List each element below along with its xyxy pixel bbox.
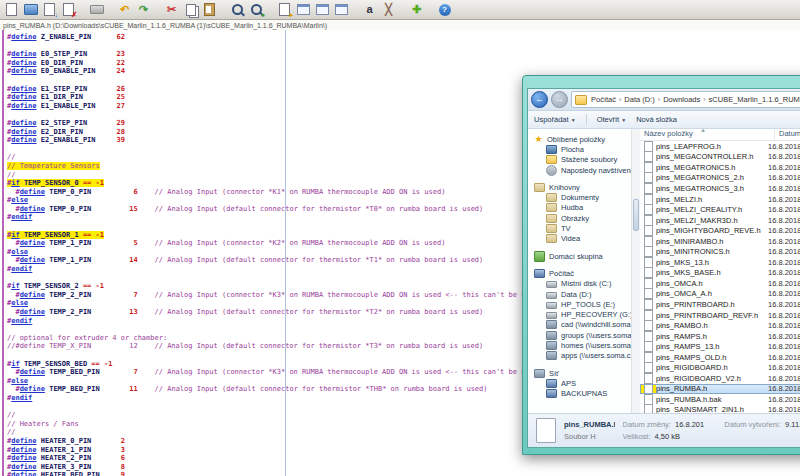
file-row[interactable]: pins_OMCA.h16.8.2018 13:57	[640, 278, 800, 289]
file-row[interactable]: pins_RAMBO.h16.8.2018 13:57	[640, 320, 800, 331]
column-header-date[interactable]: Datum změny	[775, 129, 800, 140]
file-name: pins_MELZI_MAKR3D.h	[656, 216, 768, 225]
file-row[interactable]: pins_PRINTRBOARD_REVF.h16.8.2018 13:57	[640, 310, 800, 321]
file-date: 16.8.2018 13:57	[768, 384, 800, 393]
sidebar-item[interactable]: Hudba	[546, 203, 631, 213]
file-icon	[644, 383, 653, 394]
file-row[interactable]: pins_RAMPS_13.h16.8.2018 13:57	[640, 341, 800, 352]
file-icon	[644, 236, 653, 247]
file-row[interactable]: pins_LEAPFROG.h16.8.2018 13:57	[640, 141, 800, 152]
copy-icon[interactable]	[182, 2, 199, 17]
save-file-icon[interactable]: ↓	[41, 2, 58, 17]
sidebar-group-po-ta-[interactable]: Počítač	[534, 268, 631, 278]
command-uspořádat[interactable]: Uspořádat ▼	[534, 115, 576, 124]
file-row[interactable]: pins_MIGHTYBOARD_REVE.h16.8.2018 13:57	[640, 225, 800, 236]
sidebar-item[interactable]: TV	[546, 223, 631, 233]
new-file-icon[interactable]	[3, 2, 20, 17]
undo-icon[interactable]: ↶	[116, 2, 133, 17]
command-nová-složka[interactable]: Nová složka	[636, 115, 677, 124]
close-file-icon[interactable]: ✗	[60, 2, 77, 17]
breadcrumb-segment[interactable]: Data (D:)	[624, 95, 654, 104]
file-row[interactable]: pins_MINIRAMBO.h16.8.2018 13:57	[640, 236, 800, 247]
open-file-icon[interactable]	[22, 2, 39, 17]
file-row[interactable]: pins_SAINSMART_2IN1.h16.8.2018 13:57	[640, 405, 800, 413]
file-row[interactable]: pins_RIGIDBOARD.h16.8.2018 13:57	[640, 362, 800, 373]
file-row[interactable]: pins_MINITRONICS.h16.8.2018 13:57	[640, 246, 800, 257]
right-margin-line	[285, 30, 286, 476]
file-date: 16.8.2018 13:57	[768, 205, 800, 214]
sidebar-item[interactable]: groups (\\users.soma.cz)	[546, 330, 631, 340]
sidebar-item[interactable]: Naposledy navštívené	[546, 165, 631, 175]
sidebar-item[interactable]: homes (\\users.soma.cz)	[546, 340, 631, 350]
sidebar-item[interactable]: BACKUPNAS	[546, 389, 631, 399]
sidebar-group-knihovny[interactable]: Knihovny	[534, 182, 631, 192]
file-row[interactable]: pins_RUMBA.h.bak16.8.2018 13:57	[640, 394, 800, 405]
scrollbar-thumb[interactable]	[633, 199, 639, 231]
sidebar-item[interactable]: Dokumenty	[546, 192, 631, 202]
explorer-body: ★Oblíbené položkyPlochaStažené souboryNa…	[528, 129, 800, 413]
print-icon[interactable]	[88, 2, 105, 17]
sidebar-group-obl-ben-polo-ky[interactable]: ★Oblíbené položky	[534, 134, 631, 144]
file-icon-cell	[640, 278, 656, 289]
find-in-files-icon[interactable]: ●	[248, 2, 265, 17]
cut-icon[interactable]: ✂	[163, 2, 180, 17]
file-row[interactable]: pins_MEGACONTROLLER.h16.8.2018 13:57	[640, 152, 800, 163]
file-row[interactable]: pins_MKS_13.h16.8.2018 13:57	[640, 257, 800, 268]
file-date: 16.8.2018 13:57	[768, 279, 800, 288]
command-otevřít[interactable]: Otevřít ▼	[597, 115, 627, 124]
selected-file-icon	[536, 418, 556, 443]
font-settings-icon[interactable]: a	[361, 2, 378, 17]
tools-icon[interactable]: ╳	[380, 2, 397, 17]
file-row[interactable]: pins_MELZI_CREALITY.h16.8.2018 13:57	[640, 204, 800, 215]
file-row[interactable]: pins_RUMBA.h16.8.2018 13:57	[640, 384, 800, 395]
file-row[interactable]: pins_MEGATRONICS.h16.8.2018 13:57	[640, 162, 800, 173]
sidebar-item[interactable]: HP_RECOVERY (G:)	[546, 309, 631, 319]
explorer-window[interactable]: ← → Počítač›Data (D:)›Downloads›sCUBE_Ma…	[522, 75, 800, 455]
paste-icon[interactable]	[201, 2, 218, 17]
file-row[interactable]: pins_RAMPS.h16.8.2018 13:57	[640, 331, 800, 342]
file-name: pins_MIGHTYBOARD_REVE.h	[656, 226, 768, 235]
sidebar-item[interactable]: Místní disk (C:)	[546, 279, 631, 289]
sidebar-group-dom-c-skupina[interactable]: Domácí skupina	[534, 251, 631, 261]
sidebar-item[interactable]: Videa	[546, 234, 631, 244]
sidebar-item[interactable]: Obrázky	[546, 213, 631, 223]
file-row[interactable]: pins_RAMPS_OLD.h16.8.2018 13:57	[640, 352, 800, 363]
breadcrumb-segment[interactable]: Downloads	[663, 95, 700, 104]
breadcrumb-segment[interactable]: sCUBE_Marlin_1.1.6_RUMBA (1)	[709, 95, 800, 104]
window-cascade-icon[interactable]	[333, 2, 350, 17]
editor-tab[interactable]: pins_RUMBA.h (D:\Downloads\sCUBE_Marlin_…	[0, 22, 327, 29]
file-row[interactable]: pins_RIGIDBOARD_V2.h16.8.2018 13:57	[640, 373, 800, 384]
find-icon[interactable]	[229, 2, 246, 17]
sidebar-scrollbar[interactable]	[631, 129, 640, 413]
file-name: pins_MKS_13.h	[656, 258, 768, 267]
sidebar-item[interactable]: cad (\\windchill.soma.cz)	[546, 320, 631, 330]
redo-icon[interactable]: ↷	[135, 2, 152, 17]
file-row[interactable]: pins_MELZI_MAKR3D.h16.8.2018 13:57	[640, 215, 800, 226]
sidebar-item[interactable]: APS	[546, 378, 631, 388]
window-maximize-icon[interactable]	[295, 2, 312, 17]
file-row[interactable]: pins_PRINTRBOARD.h16.8.2018 13:57	[640, 299, 800, 310]
sidebar-item[interactable]: HP_TOOLS (E:)	[546, 299, 631, 309]
file-row[interactable]: pins_MELZI.h16.8.2018 13:57	[640, 194, 800, 205]
sort-indicator-icon: ▲	[700, 127, 706, 133]
help-icon[interactable]: ?	[436, 2, 453, 17]
sidebar-item[interactable]: apps (\\users.soma.cz) (Z:)	[546, 351, 631, 361]
sidebar-item[interactable]: Plocha	[546, 144, 631, 154]
breadcrumb[interactable]: Počítač›Data (D:)›Downloads›sCUBE_Marlin…	[571, 91, 800, 108]
file-row[interactable]: pins_MEGATRONICS_2.h16.8.2018 13:57	[640, 173, 800, 184]
file-row[interactable]: pins_MEGATRONICS_3.h16.8.2018 13:57	[640, 183, 800, 194]
breadcrumb-segment[interactable]: Počítač	[591, 95, 616, 104]
back-button[interactable]: ←	[531, 91, 548, 108]
sidebar-group-s-[interactable]: Síť	[534, 368, 631, 378]
column-header-name[interactable]: Název položky	[640, 129, 775, 140]
file-name: pins_MELZI_CREALITY.h	[656, 205, 768, 214]
file-row[interactable]: pins_MKS_BASE.h16.8.2018 13:57	[640, 268, 800, 279]
sidebar-item[interactable]: Data (D:)	[546, 289, 631, 299]
file-row[interactable]: pins_OMCA_A.h16.8.2018 13:57	[640, 289, 800, 300]
window-tile-icon[interactable]	[314, 2, 331, 17]
explorer-nav-bar: ← → Počítač›Data (D:)›Downloads›sCUBE_Ma…	[528, 89, 800, 111]
forward-button[interactable]: →	[551, 91, 568, 108]
new-window-icon[interactable]: ▸	[276, 2, 293, 17]
sidebar-item[interactable]: Stažené soubory	[546, 155, 631, 165]
add-plugin-icon[interactable]: ✚	[408, 2, 425, 17]
